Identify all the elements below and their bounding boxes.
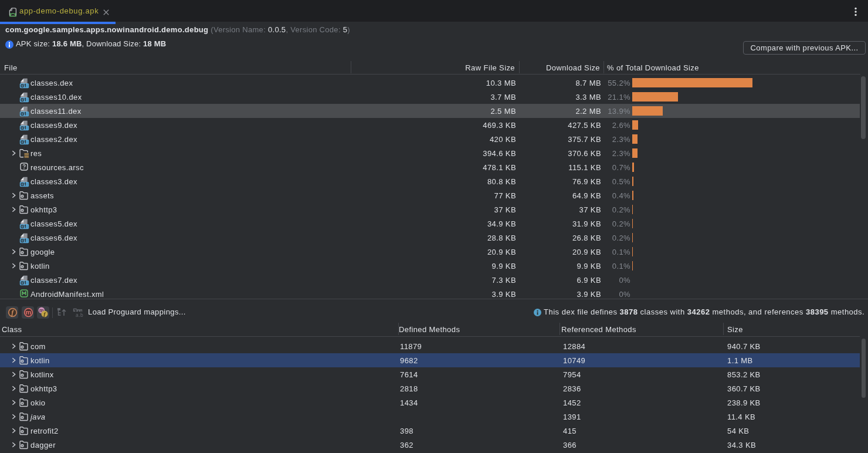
svg-text:a.b: a.b [76, 312, 83, 318]
svg-text:m: m [25, 309, 31, 316]
svg-text:f: f [11, 309, 14, 317]
